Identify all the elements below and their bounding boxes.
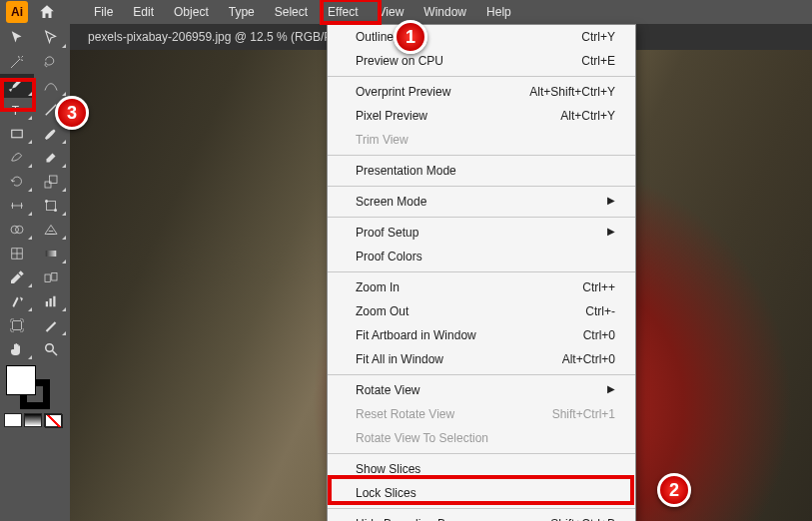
menu-reset-rotate-view: Reset Rotate ViewShift+Ctrl+1 [328, 402, 635, 426]
menu-separator [328, 453, 635, 454]
shaper-tool[interactable] [0, 146, 34, 170]
menu-window[interactable]: Window [413, 1, 476, 23]
menu-separator [328, 155, 635, 156]
color-mode-icon[interactable] [4, 413, 22, 427]
rectangle-tool[interactable] [0, 122, 34, 146]
menu-separator [328, 271, 635, 272]
direct-selection-tool[interactable] [34, 26, 68, 50]
menu-outline[interactable]: OutlineCtrl+Y [328, 25, 635, 49]
menu-edit[interactable]: Edit [123, 1, 164, 23]
svg-rect-3 [45, 182, 51, 188]
menu-overprint-preview[interactable]: Overprint PreviewAlt+Shift+Ctrl+Y [328, 80, 635, 104]
app-logo-icon: Ai [6, 1, 28, 23]
menu-help[interactable]: Help [476, 1, 521, 23]
annotation-callout-1: 1 [394, 20, 427, 54]
menu-fit-all[interactable]: Fit All in WindowAlt+Ctrl+0 [328, 347, 635, 371]
menu-zoom-in[interactable]: Zoom InCtrl++ [328, 275, 635, 299]
type-tool[interactable]: T [0, 98, 34, 122]
svg-point-9 [16, 226, 24, 234]
fill-swatch[interactable] [6, 365, 36, 395]
svg-rect-12 [45, 274, 50, 282]
svg-point-18 [46, 344, 54, 352]
scale-tool[interactable] [34, 170, 68, 194]
menu-proof-setup[interactable]: Proof Setup▶ [328, 221, 635, 245]
menu-hide-bounding-box[interactable]: Hide Bounding BoxShift+Ctrl+B [328, 512, 635, 521]
main-menu: File Edit Object Type Select Effect View… [84, 1, 521, 23]
svg-rect-16 [53, 296, 55, 307]
menu-select[interactable]: Select [265, 1, 318, 23]
symbol-sprayer-tool[interactable] [0, 289, 34, 313]
svg-rect-15 [50, 298, 52, 306]
free-transform-tool[interactable] [34, 194, 68, 218]
blend-tool[interactable] [34, 265, 68, 289]
svg-rect-13 [52, 273, 57, 281]
svg-rect-11 [46, 251, 57, 257]
menu-trim-view: Trim View [328, 128, 635, 152]
menu-type[interactable]: Type [219, 1, 265, 23]
column-graph-tool[interactable] [34, 289, 68, 313]
annotation-callout-3: 3 [55, 96, 89, 130]
menu-fit-artboard[interactable]: Fit Artboard in WindowCtrl+0 [328, 323, 635, 347]
eraser-tool[interactable] [34, 146, 68, 170]
svg-rect-2 [12, 130, 23, 138]
menu-rotate-view[interactable]: Rotate View▶ [328, 378, 635, 402]
artboard-tool[interactable] [0, 313, 34, 337]
gradient-mode-icon[interactable] [24, 413, 42, 427]
none-mode-icon[interactable] [44, 413, 62, 427]
menu-file[interactable]: File [84, 1, 123, 23]
svg-point-6 [45, 200, 48, 203]
annotation-callout-2: 2 [657, 473, 691, 507]
menu-screen-mode[interactable]: Screen Mode▶ [328, 190, 635, 214]
tools-panel: T [0, 24, 70, 521]
menu-separator [328, 508, 635, 509]
zoom-tool[interactable] [34, 337, 68, 361]
selection-tool[interactable] [0, 26, 34, 50]
svg-point-7 [54, 209, 57, 212]
rotate-tool[interactable] [0, 170, 34, 194]
chevron-right-icon: ▶ [607, 195, 615, 209]
slice-tool[interactable] [34, 313, 68, 337]
menu-show-slices[interactable]: Show Slices [328, 457, 635, 481]
shape-builder-tool[interactable] [0, 218, 34, 242]
perspective-grid-tool[interactable] [34, 218, 68, 242]
menu-rotate-to-selection: Rotate View To Selection [328, 426, 635, 450]
view-dropdown-menu: OutlineCtrl+Y Preview on CPUCtrl+E Overp… [327, 24, 636, 521]
lasso-tool[interactable] [34, 50, 68, 74]
fill-stroke-swatches[interactable] [0, 361, 68, 431]
menu-preview-on-cpu[interactable]: Preview on CPUCtrl+E [328, 49, 635, 73]
mesh-tool[interactable] [0, 242, 34, 265]
svg-point-8 [11, 226, 19, 234]
magic-wand-tool[interactable] [0, 50, 34, 74]
menu-zoom-out[interactable]: Zoom OutCtrl+- [328, 299, 635, 323]
svg-rect-14 [46, 301, 48, 306]
chevron-right-icon: ▶ [607, 383, 615, 397]
menu-separator [328, 186, 635, 187]
gradient-tool[interactable] [34, 242, 68, 265]
menu-separator [328, 76, 635, 77]
hand-tool[interactable] [0, 337, 34, 361]
menu-object[interactable]: Object [164, 1, 219, 23]
menu-presentation-mode[interactable]: Presentation Mode [328, 159, 635, 183]
menu-effect[interactable]: Effect [318, 1, 368, 23]
svg-line-19 [53, 351, 58, 356]
curvature-pen-tool[interactable] [34, 74, 68, 98]
eyedropper-tool[interactable] [0, 265, 34, 289]
chevron-right-icon: ▶ [607, 226, 615, 240]
svg-rect-5 [47, 202, 56, 211]
menu-separator [328, 374, 635, 375]
home-icon[interactable] [38, 3, 56, 21]
menu-lock-slices[interactable]: Lock Slices [328, 481, 635, 505]
menu-pixel-preview[interactable]: Pixel PreviewAlt+Ctrl+Y [328, 104, 635, 128]
pen-tool[interactable] [0, 74, 34, 98]
svg-rect-17 [13, 321, 22, 330]
svg-text:T: T [12, 104, 20, 118]
menu-proof-colors[interactable]: Proof Colors [328, 245, 635, 268]
width-tool[interactable] [0, 194, 34, 218]
menu-separator [328, 217, 635, 218]
